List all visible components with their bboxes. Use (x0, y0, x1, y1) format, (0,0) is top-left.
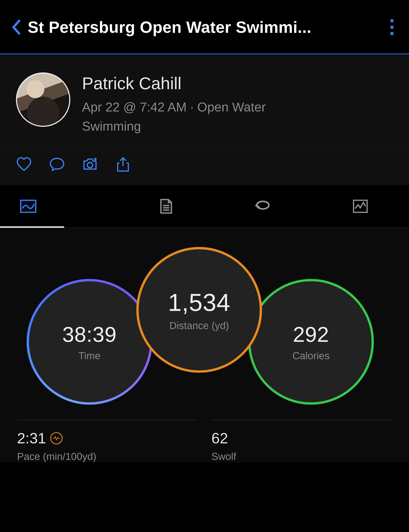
more-menu-button[interactable] (386, 18, 398, 37)
metric-distance[interactable]: 1,534 Distance (yd) (136, 247, 262, 373)
tab-bar (0, 185, 409, 228)
activity-header: Patrick Cahill Apr 22 @ 7:42 AM · Open W… (0, 54, 409, 150)
stat-pace-value: 2:31 (17, 429, 46, 447)
metric-distance-value: 1,534 (168, 288, 230, 317)
tab-stats[interactable] (117, 185, 214, 227)
stat-pace-label: Pace (min/100yd) (17, 451, 198, 462)
tab-map[interactable] (0, 185, 117, 227)
metric-calories-label: Calories (292, 350, 330, 362)
stat-swolf-label: Swolf (211, 451, 392, 462)
comment-button[interactable] (49, 156, 65, 172)
stat-swolf-value: 62 (211, 429, 228, 447)
metric-distance-label: Distance (yd) (169, 320, 229, 331)
app-bar: St Petersburg Open Water Swimmi... (0, 0, 409, 54)
activity-subtitle: Apr 22 @ 7:42 AM · Open Water Swimming (82, 97, 316, 136)
tab-charts[interactable] (312, 185, 409, 227)
action-row (0, 150, 409, 185)
page-title: St Petersburg Open Water Swimmi... (28, 18, 381, 37)
stat-pace[interactable]: 2:31 Pace (min/100yd) (17, 420, 198, 462)
secondary-stats: 2:31 Pace (min/100yd) 62 Swolf (0, 420, 409, 462)
metric-time-label: Time (78, 350, 101, 362)
appbar-divider (0, 54, 409, 54)
like-button[interactable] (16, 156, 32, 172)
metric-calories-value: 292 (293, 322, 329, 347)
metric-time[interactable]: 38:39 Time (27, 279, 152, 405)
more-dot-icon (390, 32, 393, 35)
back-button[interactable] (9, 19, 26, 36)
metric-calories[interactable]: 292 Calories (248, 279, 374, 405)
metric-time-value: 38:39 (62, 322, 117, 347)
svg-point-0 (87, 162, 93, 168)
stat-swolf[interactable]: 62 Swolf (211, 420, 392, 462)
metric-circles: 38:39 Time 292 Calories 1,534 Distance (… (0, 228, 409, 420)
more-dot-icon (390, 19, 393, 22)
share-button[interactable] (115, 156, 131, 172)
add-photo-button[interactable] (82, 156, 98, 172)
user-name[interactable]: Patrick Cahill (82, 74, 316, 93)
more-dot-icon (390, 26, 393, 29)
avatar[interactable] (16, 73, 70, 127)
tab-laps[interactable] (214, 185, 312, 227)
spark-icon (50, 432, 63, 444)
activity-header-text: Patrick Cahill Apr 22 @ 7:42 AM · Open W… (82, 73, 316, 136)
